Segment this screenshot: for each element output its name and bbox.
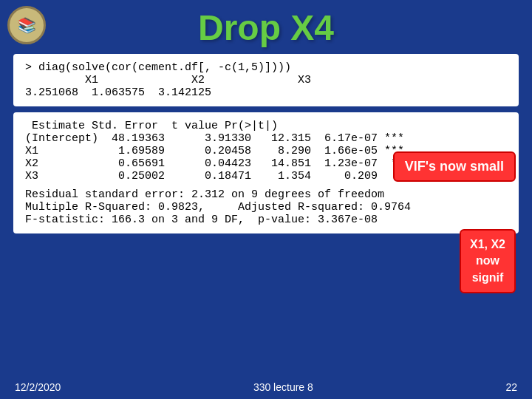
vif-content-box: > diag(solve(cor(cement.df[, -c(1,5)])))… bbox=[13, 54, 519, 106]
footer-page: 22 bbox=[505, 381, 517, 393]
logo-circle: 📚 bbox=[7, 6, 46, 44]
footer-course: 330 lecture 8 bbox=[253, 381, 313, 393]
footer-date: 12/2/2020 bbox=[15, 381, 61, 393]
f-stat-text: F-statistic: 166.3 on 3 and 9 DF, p-valu… bbox=[25, 214, 507, 226]
logo-icon: 📚 bbox=[18, 16, 36, 34]
vif-headers: X1 X2 X3 bbox=[25, 74, 507, 86]
footer: 12/2/2020 330 lecture 8 22 bbox=[0, 381, 532, 393]
signif-callout: X1, X2 now signif bbox=[460, 229, 516, 293]
r-squared-text: Multiple R-Squared: 0.9823, Adjusted R-s… bbox=[25, 201, 507, 214]
vif-values: 3.251068 1.063575 3.142125 bbox=[25, 86, 507, 99]
vif-callout: VIF's now small bbox=[393, 151, 516, 182]
slide: 📚 Drop X4 > diag(solve(cor(cement.df[, -… bbox=[0, 0, 532, 399]
regression-header: Estimate Std. Error t value Pr(>|t|) bbox=[25, 120, 507, 132]
logo: 📚 bbox=[7, 6, 52, 50]
vif-command: > diag(solve(cor(cement.df[, -c(1,5)]))) bbox=[25, 61, 507, 74]
residual-text: Residual standard error: 2.312 on 9 degr… bbox=[25, 188, 507, 201]
regression-row-0: (Intercept) 48.19363 3.91330 12.315 6.17… bbox=[25, 132, 507, 145]
slide-title: Drop X4 bbox=[0, 0, 532, 48]
